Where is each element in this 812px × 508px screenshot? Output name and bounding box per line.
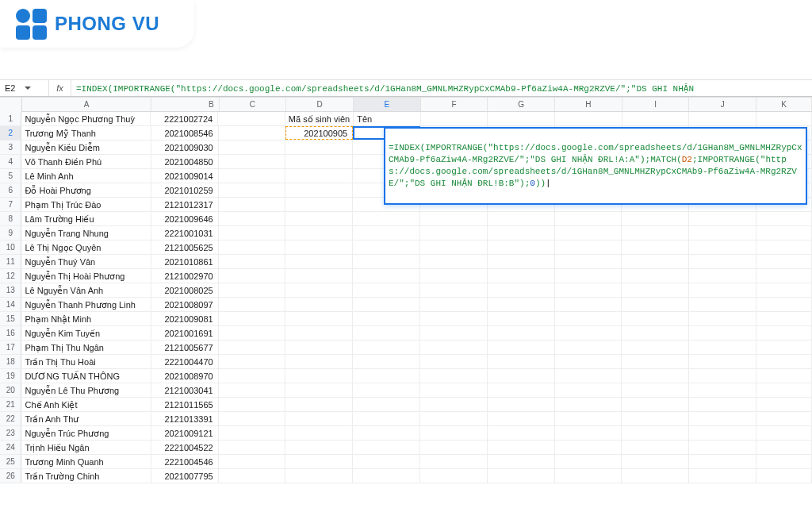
- cell-d2[interactable]: 202100905: [285, 126, 353, 140]
- cell-id[interactable]: 2021008097: [151, 298, 219, 311]
- cell[interactable]: [353, 326, 420, 340]
- cell[interactable]: [219, 369, 286, 383]
- cell[interactable]: [420, 341, 488, 354]
- cell[interactable]: [420, 455, 488, 468]
- cell[interactable]: [285, 398, 353, 411]
- cell[interactable]: [622, 412, 689, 425]
- cell[interactable]: [689, 212, 756, 225]
- cell[interactable]: [555, 341, 622, 354]
- cell[interactable]: [285, 155, 353, 168]
- cell[interactable]: [353, 469, 420, 483]
- cell[interactable]: [285, 255, 353, 268]
- cell[interactable]: [622, 383, 689, 397]
- cell[interactable]: [622, 241, 689, 254]
- cell[interactable]: [488, 455, 555, 468]
- cell[interactable]: [555, 455, 622, 468]
- cell-name[interactable]: Nguyễn Ngọc Phương Thuỳ: [21, 112, 151, 125]
- cell[interactable]: [219, 169, 286, 183]
- cell[interactable]: [622, 269, 689, 283]
- cell-name[interactable]: Lê Nguyễn Vân Anh: [21, 283, 151, 297]
- cell-name[interactable]: Lê Minh Anh: [21, 169, 151, 183]
- cell-name[interactable]: Trần Anh Thư: [21, 412, 151, 425]
- cell[interactable]: [756, 441, 812, 454]
- cell[interactable]: [689, 369, 756, 383]
- col-header-A[interactable]: A: [22, 98, 152, 111]
- col-header-G[interactable]: G: [488, 98, 555, 111]
- cell[interactable]: [756, 212, 812, 225]
- cell[interactable]: [555, 412, 622, 425]
- row-header[interactable]: 13: [0, 283, 21, 297]
- cell[interactable]: [756, 369, 812, 383]
- cell[interactable]: [488, 469, 555, 483]
- cell-id[interactable]: 2021010861: [151, 255, 219, 268]
- cell[interactable]: [420, 469, 488, 483]
- cell-name[interactable]: Trương Minh Quanh: [21, 455, 151, 468]
- cell-id[interactable]: 2221004470: [151, 355, 219, 368]
- chevron-down-icon[interactable]: [25, 87, 31, 90]
- cell-id[interactable]: 2221004546: [151, 455, 219, 468]
- cell[interactable]: [756, 298, 812, 311]
- cell[interactable]: [555, 355, 622, 368]
- cell[interactable]: [488, 369, 555, 383]
- cell[interactable]: [488, 326, 555, 340]
- cell[interactable]: [219, 455, 286, 468]
- cell[interactable]: [420, 426, 488, 440]
- cell[interactable]: [488, 312, 555, 325]
- cell[interactable]: [756, 226, 812, 240]
- row-header[interactable]: 10: [0, 241, 21, 254]
- cell[interactable]: [488, 441, 555, 454]
- cell[interactable]: [420, 441, 488, 454]
- cell[interactable]: [622, 355, 689, 368]
- cell[interactable]: [689, 355, 756, 368]
- cell[interactable]: [285, 212, 353, 225]
- cell[interactable]: [420, 326, 488, 340]
- cell[interactable]: [756, 283, 812, 297]
- cell-id[interactable]: 2021008025: [151, 283, 219, 297]
- cell[interactable]: [488, 226, 555, 240]
- cell[interactable]: [285, 269, 353, 283]
- cell[interactable]: [219, 155, 286, 168]
- cell[interactable]: [756, 269, 812, 283]
- cell[interactable]: [353, 383, 420, 397]
- cell[interactable]: [488, 398, 555, 411]
- cell[interactable]: [689, 283, 756, 297]
- cell[interactable]: [420, 412, 488, 425]
- cell[interactable]: [622, 283, 689, 297]
- row-header[interactable]: 6: [0, 183, 21, 197]
- cell-id[interactable]: 2121002970: [151, 269, 219, 283]
- cell[interactable]: [219, 198, 286, 211]
- cell-id[interactable]: 2121005677: [151, 341, 219, 354]
- cell-id[interactable]: 2021010259: [151, 183, 219, 197]
- cell[interactable]: [285, 355, 353, 368]
- row-header[interactable]: 11: [0, 255, 21, 268]
- cell[interactable]: [353, 441, 420, 454]
- cell[interactable]: [219, 441, 286, 454]
- cell[interactable]: [689, 298, 756, 311]
- row-header[interactable]: 7: [0, 198, 21, 211]
- col-header-F[interactable]: F: [421, 98, 488, 111]
- col-header-E[interactable]: E: [354, 98, 421, 111]
- cell[interactable]: [353, 355, 420, 368]
- cell[interactable]: [555, 255, 622, 268]
- row-header[interactable]: 14: [0, 298, 21, 311]
- row-header[interactable]: 26: [0, 469, 21, 483]
- cell[interactable]: [285, 312, 353, 325]
- row-header[interactable]: 12: [0, 269, 21, 283]
- cell-id[interactable]: 2021009030: [151, 140, 219, 154]
- cell[interactable]: [219, 212, 286, 225]
- cell[interactable]: [353, 298, 420, 311]
- row-header[interactable]: 8: [0, 212, 21, 225]
- cell[interactable]: [756, 412, 812, 425]
- row-header[interactable]: 18: [0, 355, 21, 368]
- row-header[interactable]: 21: [0, 398, 21, 411]
- cell-name[interactable]: Nguyễn Trang Nhung: [21, 226, 151, 240]
- cell[interactable]: [555, 369, 622, 383]
- cell[interactable]: [689, 312, 756, 325]
- cell[interactable]: [622, 455, 689, 468]
- cell-name[interactable]: Nguyễn Kiều Diễm: [21, 140, 151, 154]
- cell-header-d[interactable]: Mã số sinh viên: [285, 112, 354, 125]
- cell[interactable]: [555, 283, 622, 297]
- cell[interactable]: [353, 241, 420, 254]
- formula-input[interactable]: =INDEX(IMPORTRANGE("https://docs.google.…: [71, 83, 812, 94]
- cell[interactable]: [488, 341, 555, 354]
